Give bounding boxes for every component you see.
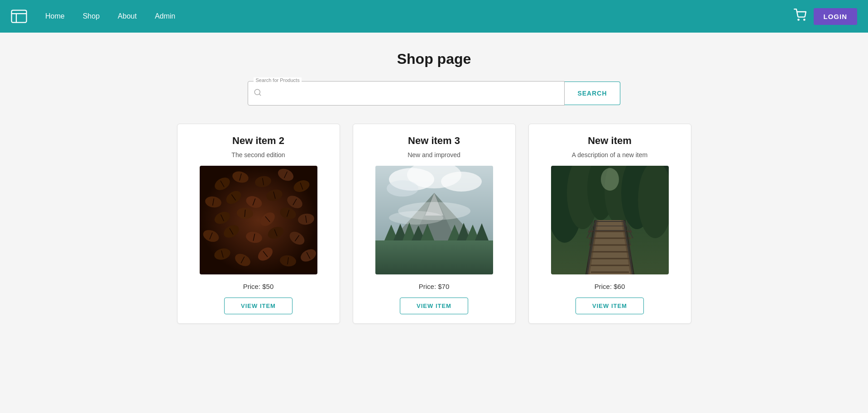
product-2-view-button[interactable]: VIEW ITEM [224, 298, 293, 314]
navbar-right: LOGIN [794, 8, 858, 25]
product-1-view-button[interactable]: VIEW ITEM [575, 298, 644, 314]
search-input[interactable] [265, 90, 559, 97]
product-3-price: Price: $70 [419, 283, 450, 290]
product-1-image [551, 166, 669, 274]
store-logo[interactable] [11, 8, 27, 24]
product-1-name: New item [588, 135, 632, 147]
product-card-3: New item 3 New and improved [353, 124, 516, 324]
nav-links: Home Shop About Admin [45, 12, 794, 20]
product-grid: New item 2 The second edition [126, 124, 742, 324]
page-title: Shop page [126, 51, 742, 67]
product-2-description: The second edition [231, 151, 285, 158]
product-1-price: Price: $60 [595, 283, 625, 290]
main-content: Shop page Search for Products SEARCH New… [117, 33, 751, 342]
svg-rect-0 [12, 10, 27, 23]
navbar: Home Shop About Admin LOGIN [0, 0, 868, 33]
svg-point-85 [601, 168, 619, 191]
product-2-name: New item 2 [232, 135, 284, 147]
search-field-wrapper: Search for Products [248, 81, 565, 106]
nav-home[interactable]: Home [45, 12, 65, 20]
svg-point-61 [441, 172, 482, 192]
svg-line-6 [259, 94, 261, 95]
svg-rect-68 [375, 240, 493, 274]
search-button[interactable]: SEARCH [565, 82, 620, 105]
svg-point-62 [387, 180, 418, 197]
product-2-price: Price: $50 [243, 283, 274, 290]
nav-shop[interactable]: Shop [83, 12, 100, 20]
product-card-1: New item A description of a new item [528, 124, 691, 324]
product-3-name: New item 3 [408, 135, 460, 147]
svg-point-3 [798, 19, 799, 20]
search-icon [254, 88, 262, 99]
svg-point-4 [804, 19, 805, 20]
cart-icon[interactable] [794, 9, 806, 24]
product-3-image [375, 166, 493, 274]
nav-about[interactable]: About [118, 12, 137, 20]
search-container: Search for Products SEARCH [126, 81, 742, 106]
product-1-description: A description of a new item [572, 151, 647, 158]
product-3-view-button[interactable]: VIEW ITEM [400, 298, 468, 314]
login-button[interactable]: LOGIN [814, 8, 858, 25]
svg-point-67 [389, 211, 443, 225]
search-field-label: Search for Products [254, 77, 301, 83]
product-2-image [200, 166, 317, 274]
product-3-description: New and improved [408, 151, 460, 158]
product-card-2: New item 2 The second edition [177, 124, 340, 324]
nav-admin[interactable]: Admin [155, 12, 175, 20]
